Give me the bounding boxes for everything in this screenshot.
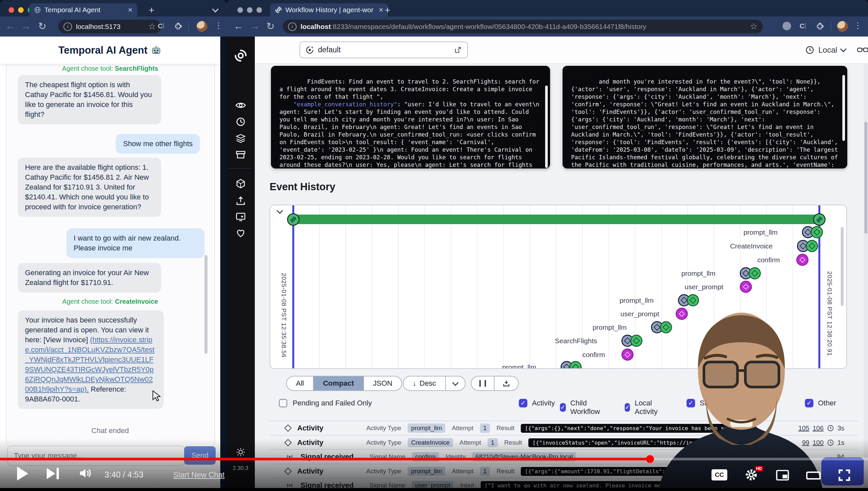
browser-menu-icon[interactable]: ⋮ [214, 21, 223, 31]
duration-text: 3s [837, 425, 844, 432]
new-tab-button[interactable]: + [385, 5, 391, 16]
address-bar[interactable]: i localhost:5173 ☆ [58, 20, 161, 33]
view-tab-all[interactable]: All [287, 376, 314, 390]
workflow-start-marker[interactable] [287, 213, 300, 226]
chat-scrollbar[interactable] [205, 255, 208, 354]
profile-avatar[interactable] [197, 21, 208, 32]
namespace-value: default [318, 46, 445, 54]
monitor-icon[interactable] [226, 211, 255, 222]
open-namespace-button[interactable] [448, 41, 468, 58]
page-scrollbar-track[interactable] [864, 63, 868, 491]
theater-button[interactable] [806, 471, 820, 480]
tab-list-chevron-icon[interactable] [212, 6, 219, 12]
miniplayer-button[interactable] [776, 470, 789, 481]
minimize-window-button[interactable] [18, 7, 24, 13]
timeline-event-label: CreateInvoice [730, 242, 773, 250]
temporal-favicon-icon [275, 6, 282, 13]
checkbox[interactable]: ✓ [560, 403, 566, 412]
fullscreen-button[interactable] [838, 469, 851, 482]
timezone-select[interactable]: Local [805, 36, 846, 63]
pause-button[interactable] [471, 376, 495, 390]
download-history-button[interactable] [495, 376, 518, 390]
timeline-scrollbar[interactable] [841, 227, 844, 306]
extensions-puzzle-icon[interactable] [815, 22, 825, 31]
close-window-button[interactable] [237, 7, 243, 13]
page-scrollbar-thumb[interactable] [864, 122, 867, 234]
play-button[interactable] [17, 467, 28, 481]
upload-icon[interactable] [226, 195, 255, 206]
stack-icon[interactable] [226, 133, 255, 144]
checkbox[interactable]: ✓ [519, 399, 527, 407]
sort-desc-button[interactable]: ↓Desc [403, 376, 446, 390]
temporal-nav-rail: 2.30.3 [226, 36, 255, 491]
payload-code-right[interactable]: and month you're interested in for the e… [563, 66, 847, 169]
invoice-link[interactable]: (https://invoice.stripe.com/i/acct_1NBOL… [25, 336, 155, 393]
checkbox[interactable]: ✓ [625, 403, 630, 412]
progress-played[interactable] [0, 458, 650, 460]
cube-icon[interactable] [226, 178, 255, 189]
forward-button[interactable]: → [21, 21, 31, 32]
zoom-window-button[interactable] [256, 7, 262, 13]
code-scrollbar[interactable] [842, 75, 845, 141]
payload-code-left[interactable]: FindEvents: Find an event to travel to 2… [271, 66, 550, 169]
type-filter-child-workflow[interactable]: ✓Child Workflow [560, 399, 603, 416]
sort-chevron-button[interactable] [446, 376, 465, 390]
new-tab-button[interactable]: + [149, 5, 155, 16]
left-toolbar: ← → ↻ i localhost:5173 ☆ C⁞ ⋮ [0, 17, 226, 36]
url-text: localhost:5173 [76, 23, 144, 31]
progress-scrubber[interactable] [646, 455, 654, 463]
type-filter-activity[interactable]: ✓Activity [519, 399, 555, 407]
collapse-chevron-icon[interactable] [277, 207, 283, 214]
schedules-icon[interactable] [226, 116, 255, 127]
view-tab-json[interactable]: JSON [364, 376, 402, 390]
forward-button[interactable]: → [250, 21, 260, 32]
view-tab-compact[interactable]: Compact [314, 376, 364, 390]
archive-icon[interactable] [226, 149, 255, 160]
chat-app-page: Temporal AI Agent Agent chose tool: Sear… [0, 36, 220, 491]
extension-ci-icon[interactable]: C⁞ [800, 22, 806, 30]
chevron-down-icon [840, 46, 847, 52]
back-button[interactable]: ← [5, 21, 15, 32]
timeline-event-label: confirm [757, 256, 780, 264]
extensions-puzzle-icon[interactable] [174, 22, 183, 31]
reload-button[interactable]: ↻ [266, 21, 275, 32]
browser-menu-icon[interactable]: ⋮ [854, 21, 862, 31]
pending-filter[interactable]: Pending and Failed Only [279, 399, 372, 407]
extension-ci-icon[interactable]: C⁞ [158, 22, 164, 30]
workflows-icon[interactable] [226, 100, 255, 111]
extension-icon-a[interactable] [782, 22, 791, 30]
next-button[interactable] [47, 468, 59, 479]
site-info-icon[interactable]: i [63, 22, 72, 31]
code-scrollbar[interactable] [545, 86, 548, 168]
workflow-end-marker[interactable] [813, 213, 826, 226]
timeline-event-label: prompt_llm [619, 296, 654, 305]
tab-close-icon[interactable]: × [128, 5, 132, 15]
diamond-icon [808, 242, 815, 250]
captions-button[interactable]: CC [712, 469, 727, 481]
minimize-window-button[interactable] [247, 7, 252, 13]
attr-value: prompt_llm [408, 424, 445, 433]
bookmark-star-icon[interactable]: ☆ [750, 21, 757, 32]
start-new-chat-link[interactable]: Start New Chat [173, 470, 224, 480]
close-window-button[interactable] [8, 7, 14, 13]
pending-checkbox[interactable] [279, 399, 287, 407]
tab-workflow-history[interactable]: Workflow History | agent-wor × [270, 3, 388, 17]
tab-temporal-ai-agent[interactable]: Temporal AI Agent × [29, 3, 137, 17]
temporal-logo-icon[interactable] [226, 49, 255, 62]
volume-icon[interactable] [78, 467, 93, 480]
diamond-icon [799, 257, 805, 263]
back-button[interactable]: ← [234, 21, 243, 32]
bookmark-star-icon[interactable]: ☆ [148, 21, 156, 32]
heart-icon[interactable] [226, 227, 255, 239]
reload-button[interactable]: ↻ [38, 21, 46, 32]
pending-label: Pending and Failed Only [292, 399, 372, 407]
profile-avatar[interactable] [837, 21, 848, 32]
settings-gear-button[interactable]: HD [745, 469, 757, 483]
site-info-icon[interactable]: i [288, 22, 297, 31]
workflow-duration-bar[interactable] [293, 214, 819, 224]
address-bar[interactable]: i localhost:8233/namespaces/default/work… [283, 20, 763, 33]
agent-message: Generating an invoice for your Air New Z… [18, 263, 161, 293]
tab-close-icon[interactable]: × [379, 5, 383, 15]
namespace-select[interactable]: default [300, 41, 459, 58]
labs-glasses-icon[interactable] [857, 45, 868, 55]
